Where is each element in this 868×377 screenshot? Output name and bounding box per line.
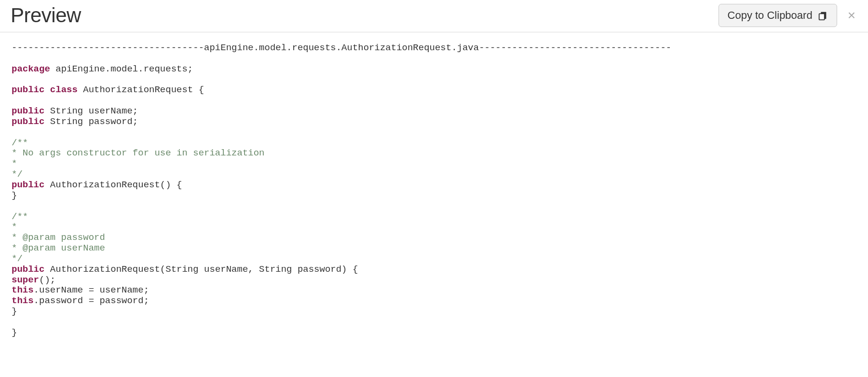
svg-rect-1 — [819, 14, 824, 20]
clipboard-icon — [817, 10, 828, 21]
brace-close: } — [12, 190, 17, 201]
keyword-public: public — [12, 116, 44, 127]
comment-line: */ — [12, 253, 23, 264]
comment-line: * No args constructor for use in seriali… — [12, 148, 265, 158]
header-controls: Copy to Clipboard × — [719, 4, 857, 27]
assign-password: .password = password; — [34, 295, 149, 306]
dialog-header: Preview Copy to Clipboard × — [0, 0, 868, 32]
dialog-title: Preview — [11, 4, 81, 27]
comment-line: * @param password — [12, 232, 105, 243]
class-decl: AuthorizationRequest { — [78, 84, 204, 95]
keyword-class: class — [50, 84, 78, 95]
field-username: String userName; — [44, 106, 138, 116]
keyword-public: public — [12, 264, 44, 275]
keyword-this: this — [12, 285, 34, 295]
field-password: String password; — [44, 116, 138, 127]
assign-username: .userName = userName; — [34, 285, 149, 295]
comment-line: /** — [12, 211, 28, 222]
super-call: (); — [39, 275, 55, 285]
comment-line: */ — [12, 169, 23, 180]
ctor-args: AuthorizationRequest(String userName, St… — [44, 264, 358, 275]
keyword-this: this — [12, 295, 34, 306]
keyword-package: package — [12, 64, 50, 74]
ctor-noargs: AuthorizationRequest() { — [44, 180, 182, 190]
brace-close: } — [12, 306, 17, 317]
copy-button-label: Copy to Clipboard — [728, 9, 813, 22]
comment-line: * — [12, 158, 17, 169]
code-preview: -----------------------------------apiEn… — [0, 32, 868, 349]
keyword-public: public — [12, 84, 44, 95]
comment-line: * @param userName — [12, 243, 105, 253]
keyword-public: public — [12, 106, 44, 116]
comment-line: * — [12, 222, 17, 232]
package-stmt: apiEngine.model.requests; — [50, 64, 193, 74]
copy-to-clipboard-button[interactable]: Copy to Clipboard — [719, 4, 837, 27]
keyword-public: public — [12, 180, 44, 190]
comment-line: /** — [12, 138, 28, 148]
brace-close: } — [12, 327, 17, 338]
keyword-super: super — [12, 275, 39, 285]
file-separator: -----------------------------------apiEn… — [12, 42, 671, 53]
close-icon[interactable]: × — [846, 8, 857, 23]
